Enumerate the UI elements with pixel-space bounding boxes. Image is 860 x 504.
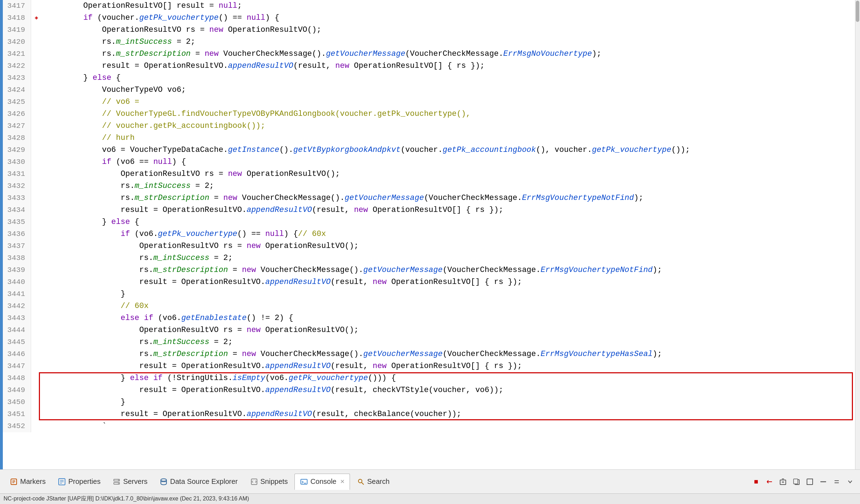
code-line-3450: 3450 } xyxy=(3,396,860,408)
minimize-button[interactable] xyxy=(818,476,829,487)
properties-icon xyxy=(58,478,66,486)
code-line-3444: 3444 OperationResultVO rs = new Operatio… xyxy=(3,324,860,336)
svg-point-12 xyxy=(161,479,166,481)
code-line-3422: 3422 result = OperationResultVO.appendRe… xyxy=(3,60,860,72)
dropdown-button[interactable] xyxy=(844,476,856,487)
view-menu-button[interactable] xyxy=(831,476,842,487)
code-line-3435: 3435 } else { xyxy=(3,216,860,228)
svg-point-11 xyxy=(118,483,119,484)
servers-icon xyxy=(112,478,121,486)
stop-button[interactable]: ■ xyxy=(750,476,762,487)
disconnect-button[interactable] xyxy=(764,476,775,487)
svg-point-10 xyxy=(118,480,119,480)
svg-rect-28 xyxy=(807,479,813,485)
tab-datasource[interactable]: Data Source Explorer xyxy=(154,474,243,490)
tab-snippets-label: Snippets xyxy=(261,478,288,486)
tab-datasource-label: Data Source Explorer xyxy=(170,478,238,486)
bottom-toolbar: Markers Properties Servers Data Source E… xyxy=(0,469,860,493)
console-icon xyxy=(300,478,308,486)
code-line-3440: 3440 result = OperationResultVO.appendRe… xyxy=(3,276,860,288)
svg-point-17 xyxy=(358,479,362,483)
code-line-3448: 3448 } else if (!StringUtils.isEmpty(vo6… xyxy=(3,372,860,384)
svg-rect-15 xyxy=(301,479,307,484)
svg-line-18 xyxy=(362,482,364,485)
code-line-3419: 3419 OperationResultVO rs = new Operatio… xyxy=(3,24,860,36)
code-line-3449: 3449 result = OperationResultVO.appendRe… xyxy=(3,384,860,396)
tab-servers[interactable]: Servers xyxy=(107,474,153,490)
markers-icon xyxy=(10,478,18,486)
code-line-3437: 3437 OperationResultVO rs = new Operatio… xyxy=(3,240,860,252)
code-line-3434: 3434 result = OperationResultVO.appendRe… xyxy=(3,204,860,216)
search-tab-icon xyxy=(357,478,365,486)
code-line-3446: 3446 rs.m_strDescription = new VoucherCh… xyxy=(3,348,860,360)
code-line-3417: 3417 OperationResultVO[] result = null; xyxy=(3,0,860,12)
code-editor: 3417 OperationResultVO[] result = null; … xyxy=(0,0,860,469)
tab-search-label: Search xyxy=(367,478,390,486)
code-line-3442: 3442 // 60x xyxy=(3,300,860,312)
tab-properties[interactable]: Properties xyxy=(52,474,106,490)
toolbar-right-buttons: ■ xyxy=(750,476,856,487)
code-line-3423: 3423 } else { xyxy=(3,72,860,84)
code-line-3420: 3420 rs.m_intSuccess = 2; xyxy=(3,36,860,48)
svg-rect-27 xyxy=(794,479,798,484)
code-line-3452: 3452 ` xyxy=(3,420,860,432)
snippets-icon xyxy=(250,478,258,486)
code-line-3418: 3418 ◈ if (voucher.getPk_vouchertype() =… xyxy=(3,12,860,24)
code-line-3431: 3431 OperationResultVO rs = new Operatio… xyxy=(3,168,860,180)
code-line-3425: 3425 // vo6 = xyxy=(3,96,860,108)
code-line-3429: 3429 vo6 = VoucherTypeDataCache.getInsta… xyxy=(3,144,860,156)
tab-servers-label: Servers xyxy=(123,478,147,486)
code-line-3432: 3432 rs.m_intSuccess = 2; xyxy=(3,180,860,192)
status-text: NC-project-code JStarter [UAP应用] D:\IDK\… xyxy=(4,495,249,503)
code-line-3428: 3428 // hurh xyxy=(3,132,860,144)
status-bar: NC-project-code JStarter [UAP应用] D:\IDK\… xyxy=(0,493,860,504)
left-gutter-bar xyxy=(0,0,3,469)
tab-console[interactable]: Console ✕ xyxy=(294,474,350,490)
tab-markers-label: Markers xyxy=(20,478,46,486)
maximize-button[interactable] xyxy=(804,476,815,487)
code-line-3424: 3424 VoucherTypeVO vo6; xyxy=(3,84,860,96)
tab-properties-label: Properties xyxy=(68,478,100,486)
code-line-3430: 3430 if (vo6 == null) { xyxy=(3,156,860,168)
scrollbar-thumb[interactable] xyxy=(856,1,859,22)
code-line-3439: 3439 rs.m_strDescription = new VoucherCh… xyxy=(3,264,860,276)
code-line-3441: 3441 } xyxy=(3,288,860,300)
tab-snippets[interactable]: Snippets xyxy=(245,474,293,490)
tab-console-close[interactable]: ✕ xyxy=(340,478,345,485)
code-line-3451: 3451 result = OperationResultVO.appendRe… xyxy=(3,408,860,420)
code-line-3427: 3427 // voucher.getPk_accountingbook()); xyxy=(3,120,860,132)
datasource-icon xyxy=(159,478,168,486)
code-line-3443: 3443 else if (vo6.getEnablestate() != 2)… xyxy=(3,312,860,324)
clear-console-button[interactable] xyxy=(777,476,789,487)
code-line-3433: 3433 rs.m_strDescription = new VoucherCh… xyxy=(3,192,860,204)
copy-button[interactable] xyxy=(791,476,802,487)
code-line-3436: 3436 if (vo6.getPk_vouchertype() == null… xyxy=(3,228,860,240)
code-line-3438: 3438 rs.m_intSuccess = 2; xyxy=(3,252,860,264)
tab-console-label: Console xyxy=(310,478,336,486)
code-lines-container: 3417 OperationResultVO[] result = null; … xyxy=(3,0,860,469)
code-line-3426: 3426 // VoucherTypeGL.findVoucherTypeVOB… xyxy=(3,108,860,120)
code-line-3421: 3421 rs.m_strDescription = new VoucherCh… xyxy=(3,48,860,60)
vertical-scrollbar[interactable] xyxy=(855,0,860,469)
tab-search[interactable]: Search xyxy=(351,474,395,490)
code-line-3447: 3447 result = OperationResultVO.appendRe… xyxy=(3,360,860,372)
code-line-3445: 3445 rs.m_intSuccess = 2; xyxy=(3,336,860,348)
tab-markers[interactable]: Markers xyxy=(4,474,51,490)
